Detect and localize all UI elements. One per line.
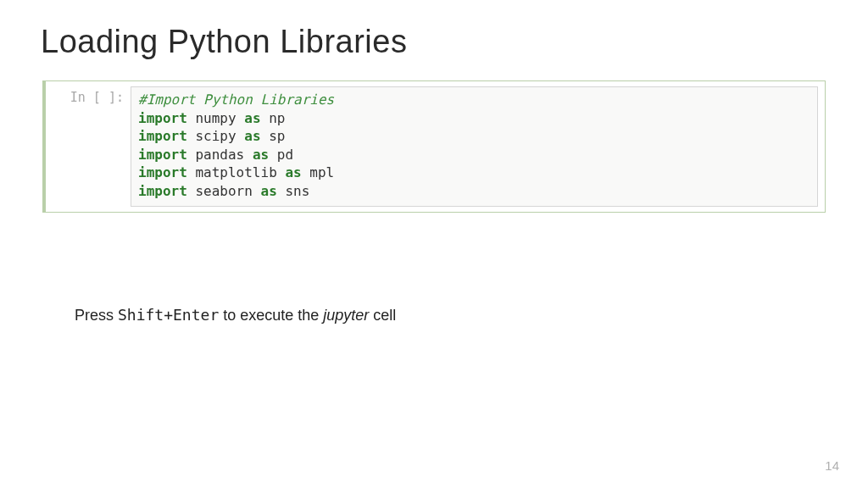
kw-import: import (138, 183, 187, 199)
page-number: 14 (825, 458, 839, 473)
slide-title: Loading Python Libraries (41, 24, 827, 60)
kw-import: import (138, 147, 187, 163)
kw-import: import (138, 164, 187, 180)
jupyter-cell: In [ ]: #Import Python Libraries import … (42, 80, 826, 213)
instruction-text: Press Shift+Enter to execute the jupyter… (41, 306, 827, 324)
code-input[interactable]: #Import Python Libraries import numpy as… (131, 86, 818, 207)
cell-prompt: In [ ]: (51, 86, 131, 105)
kw-import: import (138, 128, 187, 144)
kw-import: import (138, 110, 187, 126)
code-comment: #Import Python Libraries (138, 92, 334, 108)
keystroke: Shift+Enter (118, 306, 219, 324)
